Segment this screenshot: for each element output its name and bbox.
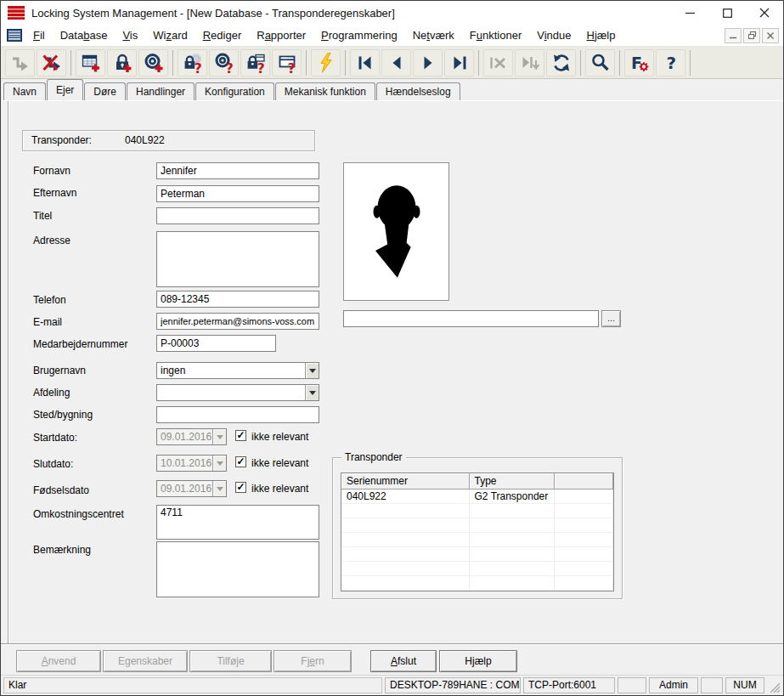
tab-haendelseslog[interactable]: Hændelseslog xyxy=(376,82,460,100)
startdato-checkbox[interactable] xyxy=(235,430,246,441)
foedselsdato-checkbox[interactable] xyxy=(235,482,246,493)
sted-bygning-input[interactable] xyxy=(156,406,319,423)
apply-button: Anvend xyxy=(16,650,101,672)
toolbar-button-last-record[interactable] xyxy=(444,49,474,76)
close-icon xyxy=(759,8,770,18)
email-label: E-mail xyxy=(33,316,62,328)
svg-text:?: ? xyxy=(194,59,201,74)
toolbar-button-previous-record[interactable] xyxy=(381,49,411,76)
tab-ejer[interactable]: Ejer xyxy=(47,79,83,100)
medarbejdernummer-input[interactable] xyxy=(156,335,276,352)
tab-dore[interactable]: Døre xyxy=(84,82,126,100)
table-cell xyxy=(554,503,613,518)
menu-item-vindue[interactable]: Vindue xyxy=(529,25,578,46)
program-lightning-icon xyxy=(315,52,337,74)
menu-item-database[interactable]: Database xyxy=(53,25,116,46)
maximize-button[interactable] xyxy=(708,1,746,25)
omkostningscentret-textarea[interactable]: 4711 xyxy=(156,505,319,540)
table-row[interactable]: 040L922G2 Transponder xyxy=(341,489,613,503)
tab-navn[interactable]: Navn xyxy=(3,82,46,100)
tab-mekanisk-funktion[interactable]: Mekanisk funktion xyxy=(275,82,375,100)
mdi-restore-button[interactable] xyxy=(743,28,760,43)
table-cell xyxy=(554,590,613,591)
toolbar-button-program[interactable] xyxy=(311,49,341,76)
toolbar-button-next-record[interactable] xyxy=(413,49,443,76)
person-silhouette-icon xyxy=(354,170,439,293)
toolbar-button-search[interactable] xyxy=(585,49,615,76)
toolbar-button-read-window[interactable]: ? xyxy=(272,49,302,76)
toolbar-button-read-lock[interactable]: ? xyxy=(178,49,207,76)
table-cell xyxy=(341,575,469,590)
resize-grip[interactable] xyxy=(767,677,781,693)
toolbar-button-new-locking-system[interactable] xyxy=(76,49,105,76)
titel-label: Titel xyxy=(33,210,52,222)
mdi-minimize-icon xyxy=(730,32,736,39)
mdi-close-button[interactable] xyxy=(762,28,779,43)
toolbar-button-filter-settings[interactable]: F xyxy=(624,49,654,76)
toolbar-button-refresh[interactable] xyxy=(546,49,576,76)
chevron-down-icon[interactable] xyxy=(305,363,319,378)
menu-item-wizard[interactable]: Wizard xyxy=(145,25,195,46)
close-button[interactable] xyxy=(746,1,783,25)
chevron-down-icon[interactable] xyxy=(305,385,319,400)
browse-button[interactable]: ... xyxy=(601,310,621,327)
afdeling-combo[interactable] xyxy=(156,384,319,401)
table-cell: G2 Transponder xyxy=(469,489,554,503)
menu-item-fil[interactable]: Fil xyxy=(25,25,53,46)
menu-item-vis[interactable]: Vis xyxy=(115,25,145,46)
toolbar-button-disconnect[interactable] xyxy=(37,49,66,76)
table-row-empty xyxy=(341,546,613,561)
search-icon xyxy=(589,52,612,74)
toolbar-button-help[interactable]: ? xyxy=(656,49,685,76)
menu-item-hjaelp[interactable]: Hjælp xyxy=(578,25,623,46)
mdi-minimize-button[interactable] xyxy=(725,28,742,43)
photo-path-input[interactable] xyxy=(343,310,599,327)
remove-button: Fjern xyxy=(274,650,352,672)
toolbar-separator xyxy=(690,50,691,76)
svg-text:?: ? xyxy=(225,59,233,74)
email-input[interactable] xyxy=(156,313,319,330)
menu-item-rediger[interactable]: Rediger xyxy=(195,25,250,46)
toolbar-separator xyxy=(172,50,173,76)
window-title: Locking System Management - [New Databas… xyxy=(31,7,395,20)
telefon-input[interactable] xyxy=(156,291,319,308)
tab-konfiguration[interactable]: Konfiguration xyxy=(195,82,274,100)
menu-item-rapporter[interactable]: Rapporter xyxy=(249,25,313,46)
adresse-textarea[interactable] xyxy=(156,231,319,287)
menu-item-netvaerk[interactable]: Netværk xyxy=(405,25,462,46)
help-button[interactable]: Hjælp xyxy=(439,650,517,672)
toolbar-button-first-record[interactable] xyxy=(350,49,380,76)
menu-item-programmering[interactable]: Programmering xyxy=(313,25,405,46)
bemaerkning-label: Bemærkning xyxy=(33,544,91,556)
fornavn-input[interactable] xyxy=(156,162,319,179)
table-cell xyxy=(341,532,469,546)
toolbar-button-new-lock[interactable] xyxy=(107,49,137,76)
title-bar: Locking System Management - [New Databas… xyxy=(1,1,783,25)
minimize-button[interactable] xyxy=(671,1,708,25)
slutdato-checkbox[interactable] xyxy=(235,456,246,467)
status-bar: Klar DESKTOP-789HANE : COM(*)TCP-Port:60… xyxy=(1,675,783,695)
column-header-type[interactable]: Type xyxy=(469,473,554,489)
toolbar-button-read-transponder[interactable]: ? xyxy=(209,49,239,76)
efternavn-input[interactable] xyxy=(156,185,319,202)
status-admin: Admin xyxy=(649,677,698,693)
menu-bar: FilDatabaseVisWizardRedigerRapporterProg… xyxy=(1,25,783,47)
slutdato-combo: 10.01.2016 xyxy=(156,455,227,472)
properties-button: Egenskaber xyxy=(103,650,188,672)
next-record-icon xyxy=(417,52,439,74)
toolbar-button-new-transponder[interactable] xyxy=(138,49,168,76)
menu-item-funktioner[interactable]: Funktioner xyxy=(462,25,529,46)
table-cell xyxy=(469,503,554,518)
bemaerkning-textarea[interactable] xyxy=(156,541,319,597)
column-header-serienummer[interactable]: Serienummer xyxy=(341,473,469,489)
column-header-blank[interactable] xyxy=(554,473,613,489)
adresse-label: Adresse xyxy=(33,235,71,246)
status-pane-empty-1 xyxy=(618,677,646,693)
table-row-empty xyxy=(341,590,613,591)
tab-handlinger[interactable]: Handlinger xyxy=(127,82,195,100)
tab-page-ejer: Transponder: 040L922 Fornavn Efternavn T… xyxy=(1,101,783,643)
titel-input[interactable] xyxy=(156,207,319,224)
brugernavn-combo[interactable]: ingen xyxy=(156,362,319,379)
exit-button[interactable]: Afslut xyxy=(370,650,437,672)
toolbar-button-read-mifare[interactable]: ? xyxy=(240,49,270,76)
